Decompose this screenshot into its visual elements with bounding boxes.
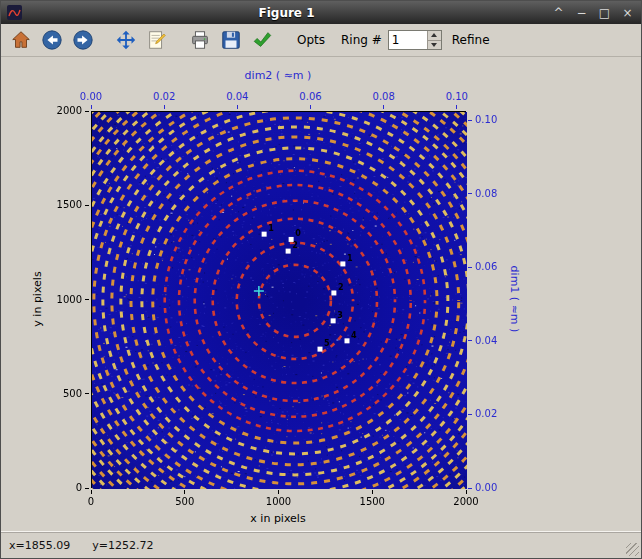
top-tick-label: 0.08 (364, 91, 404, 102)
x-tick-label: 2000 (446, 496, 486, 507)
right-tick-label: 0.04 (475, 335, 509, 346)
top-tick-label: 0.04 (217, 91, 257, 102)
y-tick-label: 1500 (35, 199, 82, 210)
spin-up-button[interactable] (428, 31, 441, 40)
top-tick-mark (164, 105, 165, 109)
maximize-button[interactable]: □ (597, 4, 612, 22)
right-tick-label: 0.10 (475, 114, 509, 125)
y-tick-mark (85, 111, 89, 112)
y-tick-mark (85, 299, 89, 300)
home-icon (10, 29, 32, 51)
x-axis-label: x in pixels (250, 512, 305, 525)
pan-move-icon (115, 29, 137, 51)
close-button[interactable]: × (620, 4, 635, 22)
figure-canvas-area: x in pixels y in pixels dim2 ( ≈m ) dim1… (1, 57, 641, 531)
x-tick-mark (91, 490, 92, 494)
window-title: Figure 1 (28, 6, 545, 20)
top-tick-label: 0.00 (71, 91, 111, 102)
right-tick-label: 0.06 (475, 261, 509, 272)
spin-down-icon (431, 43, 437, 47)
right-tick-mark (468, 267, 472, 268)
top-tick-label: 0.02 (144, 91, 184, 102)
x-tick-mark (278, 490, 279, 494)
printer-icon (189, 29, 211, 51)
minimize-button[interactable]: − (574, 4, 589, 22)
top-tick-mark (383, 105, 384, 109)
figure-window: Figure 1 ^ − □ × (0, 0, 642, 559)
apply-button[interactable] (248, 27, 275, 54)
plot-axes (91, 111, 466, 488)
ring-number-spinbox (388, 30, 442, 50)
back-arrow-icon (41, 29, 63, 51)
edit-note-icon (146, 29, 168, 51)
spinbox-arrows (427, 31, 441, 49)
right-tick-label: 0.08 (475, 188, 509, 199)
back-button[interactable] (38, 27, 65, 54)
cursor-x-readout: x=1855.09 (9, 539, 70, 552)
title-bar[interactable]: Figure 1 ^ − □ × (1, 1, 641, 24)
y-tick-mark (85, 393, 89, 394)
x-tick-label: 1500 (352, 496, 392, 507)
y-tick-label: 1000 (35, 294, 82, 305)
pan-button[interactable] (112, 27, 139, 54)
ring-number-label: Ring # (335, 33, 384, 47)
top-axis-label: dim2 ( ≈m ) (245, 69, 312, 82)
right-axis-label: dim1 ( ≈m ) (508, 266, 521, 333)
edit-parameters-button[interactable] (143, 27, 170, 54)
matplotlib-app-icon (7, 5, 22, 20)
x-tick-mark (372, 490, 373, 494)
forward-arrow-icon (72, 29, 94, 51)
top-tick-mark (237, 105, 238, 109)
x-tick-label: 1000 (259, 496, 299, 507)
spin-down-button[interactable] (428, 40, 441, 50)
right-tick-mark (468, 193, 472, 194)
y-tick-mark (85, 488, 89, 489)
x-tick-label: 500 (165, 496, 205, 507)
right-tick-mark (468, 414, 472, 415)
plot-canvas[interactable] (92, 112, 467, 489)
status-bar: x=1855.09 y=1252.72 (1, 531, 641, 558)
right-tick-mark (468, 340, 472, 341)
ring-number-input[interactable] (389, 31, 427, 49)
right-tick-mark (468, 488, 472, 489)
resize-grip[interactable] (626, 543, 639, 556)
right-tick-mark (468, 120, 472, 121)
home-button[interactable] (7, 27, 34, 54)
x-tick-mark (184, 490, 185, 494)
x-tick-label: 0 (71, 496, 111, 507)
opts-button[interactable]: Opts (291, 33, 331, 47)
shade-window-button[interactable]: ^ (551, 4, 566, 22)
y-tick-label: 500 (35, 388, 82, 399)
print-button[interactable] (186, 27, 213, 54)
y-tick-mark (85, 205, 89, 206)
top-tick-mark (456, 105, 457, 109)
right-tick-label: 0.02 (475, 408, 509, 419)
top-tick-mark (91, 105, 92, 109)
floppy-save-icon (220, 29, 242, 51)
y-tick-label: 2000 (35, 105, 82, 116)
green-check-icon (251, 29, 273, 51)
top-tick-label: 0.10 (437, 91, 477, 102)
spin-up-icon (431, 33, 437, 37)
x-tick-mark (466, 490, 467, 494)
cursor-y-readout: y=1252.72 (92, 539, 153, 552)
y-tick-label: 0 (35, 482, 82, 493)
refine-button[interactable]: Refine (446, 33, 496, 47)
toolbar: Opts Ring # Refine (1, 24, 641, 57)
right-tick-label: 0.00 (475, 482, 509, 493)
save-button[interactable] (217, 27, 244, 54)
top-tick-label: 0.06 (291, 91, 331, 102)
window-controls: ^ − □ × (551, 4, 635, 22)
forward-button[interactable] (69, 27, 96, 54)
top-tick-mark (310, 105, 311, 109)
